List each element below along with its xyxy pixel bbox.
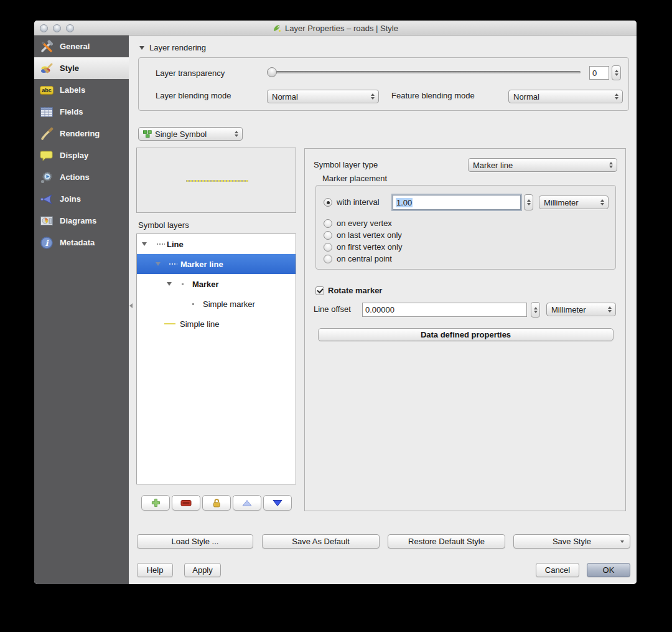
rotate-marker-checkbox[interactable] [315, 286, 324, 295]
move-up-button[interactable] [233, 495, 261, 511]
slider-track[interactable] [267, 71, 581, 73]
on-last-vertex-only-label: on last vertex only [337, 229, 402, 242]
select-arrows-icon [600, 199, 604, 205]
step-up-icon[interactable] [615, 70, 618, 72]
layer-transparency-label: Layer transparency [156, 67, 225, 80]
tree-row-line[interactable]: Line [137, 234, 296, 254]
lock-symbol-layer-button[interactable] [202, 495, 231, 511]
tree-row-label: Marker line [180, 260, 223, 269]
layer-transparency-value-field[interactable]: 0 [589, 66, 609, 80]
cancel-button[interactable]: Cancel [536, 563, 579, 577]
select-arrows-icon [608, 306, 612, 313]
on-every-vertex-label: on every vertex [337, 217, 392, 230]
sidebar-item-label: Style [60, 64, 79, 73]
slider-handle[interactable] [267, 67, 277, 77]
sidebar-item-joins[interactable]: Joins [34, 188, 129, 210]
on-every-vertex-radio[interactable] [324, 219, 332, 228]
interval-value: 1.00 [396, 198, 413, 207]
sidebar-item-metadata[interactable]: i Metadata [34, 232, 129, 253]
sidebar-item-rendering[interactable]: Rendering [34, 123, 129, 144]
window-title: Layer Properties – roads | Style [34, 21, 637, 35]
sidebar-item-general[interactable]: General [34, 35, 129, 57]
sidebar-item-fields[interactable]: Fields [34, 101, 129, 123]
restore-default-style-label: Restore Default Style [408, 537, 485, 546]
line-offset-unit-select[interactable]: Millimeter [546, 303, 616, 316]
symbol-layer-type-label: Symbol layer type [314, 159, 378, 171]
expand-triangle-icon[interactable] [167, 282, 172, 286]
sidebar-item-actions[interactable]: Actions [34, 166, 129, 188]
move-down-button[interactable] [263, 495, 292, 511]
step-up-icon[interactable] [527, 199, 531, 202]
tree-row-label: Simple line [180, 319, 220, 329]
marker-line-preview [186, 180, 248, 182]
restore-default-style-button[interactable]: Restore Default Style [388, 534, 505, 549]
line-offset-input[interactable]: 0.00000 [362, 303, 527, 317]
sidebar-item-display[interactable]: Display [34, 144, 129, 166]
sidebar-collapse-handle[interactable] [129, 303, 133, 308]
brush-rendering-icon [39, 127, 54, 141]
marker-placement-label: Marker placement [322, 172, 387, 185]
on-last-vertex-only-radio[interactable] [324, 231, 332, 240]
load-style-label: Load Style ... [172, 537, 219, 546]
sidebar-item-label: Actions [60, 172, 90, 182]
line-offset-stepper[interactable] [531, 302, 540, 318]
help-button[interactable]: Help [137, 563, 173, 577]
with-interval-radio[interactable] [324, 198, 332, 207]
step-down-icon[interactable] [615, 73, 618, 76]
step-up-icon[interactable] [534, 307, 538, 309]
sidebar-item-label: Diagrams [60, 216, 96, 225]
save-as-default-button[interactable]: Save As Default [262, 534, 380, 549]
on-first-vertex-only-radio[interactable] [324, 243, 332, 252]
layer-blending-mode-select[interactable]: Normal [267, 90, 379, 103]
interval-unit-select[interactable]: Millimeter [539, 196, 609, 209]
single-symbol-icon [143, 130, 152, 138]
line-offset-unit-value: Millimeter [551, 305, 586, 314]
layer-transparency-slider[interactable] [267, 67, 581, 78]
cancel-label: Cancel [545, 565, 570, 575]
expand-triangle-icon[interactable] [156, 262, 161, 266]
with-interval-label: with interval [337, 196, 380, 209]
expand-triangle-icon[interactable] [142, 242, 147, 246]
feature-blending-mode-select[interactable]: Normal [508, 90, 623, 103]
data-defined-properties-button[interactable]: Data defined properties [318, 328, 614, 341]
gear-actions-icon [39, 171, 54, 184]
select-arrows-icon [235, 131, 238, 137]
layer-transparency-stepper[interactable] [612, 65, 621, 80]
remove-symbol-layer-button[interactable] [172, 495, 200, 511]
simple-marker-symbol-icon [192, 303, 194, 305]
simple-line-symbol-icon [164, 323, 175, 324]
interval-input[interactable]: 1.00 [393, 195, 521, 210]
symbol-layer-type-value: Marker line [473, 161, 513, 170]
sidebar-item-labels[interactable]: abc Labels [34, 79, 129, 101]
help-label: Help [147, 565, 164, 575]
sidebar-item-label: Labels [60, 85, 85, 95]
apply-button[interactable]: Apply [184, 563, 221, 577]
data-defined-properties-label: Data defined properties [421, 330, 511, 339]
step-down-icon[interactable] [527, 203, 531, 205]
paintbrush-style-icon [39, 62, 54, 75]
step-down-icon[interactable] [534, 311, 538, 313]
add-symbol-layer-button[interactable] [141, 495, 170, 511]
sidebar-item-diagrams[interactable]: Diagrams [34, 210, 129, 232]
sidebar-item-style[interactable]: Style [34, 57, 129, 79]
layer-rendering-header[interactable]: Layer rendering [139, 43, 206, 52]
abc-labels-icon: abc [39, 83, 54, 97]
layer-properties-window: Layer Properties – roads | Style General [34, 21, 637, 584]
tree-row-simple-marker[interactable]: Simple marker [137, 294, 296, 314]
save-style-dropdown-button[interactable]: Save Style [513, 534, 630, 549]
table-fields-icon [39, 105, 54, 119]
tree-row-simple-line[interactable]: Simple line [137, 314, 296, 334]
feature-blending-mode-value: Normal [513, 92, 539, 101]
save-as-default-label: Save As Default [292, 537, 350, 546]
tree-row-marker[interactable]: Marker [137, 274, 296, 294]
ok-button[interactable]: OK [587, 563, 630, 577]
symbol-layer-type-select[interactable]: Marker line [468, 158, 617, 172]
on-first-vertex-only-label: on first vertex only [337, 241, 403, 253]
load-style-button[interactable]: Load Style ... [137, 534, 253, 549]
tree-row-marker-line[interactable]: Marker line [137, 254, 296, 274]
interval-stepper[interactable] [524, 194, 533, 210]
titlebar[interactable]: Layer Properties – roads | Style [34, 21, 637, 35]
renderer-type-select[interactable]: Single Symbol [138, 127, 243, 141]
lock-icon [212, 498, 222, 508]
on-central-point-radio[interactable] [324, 255, 332, 263]
